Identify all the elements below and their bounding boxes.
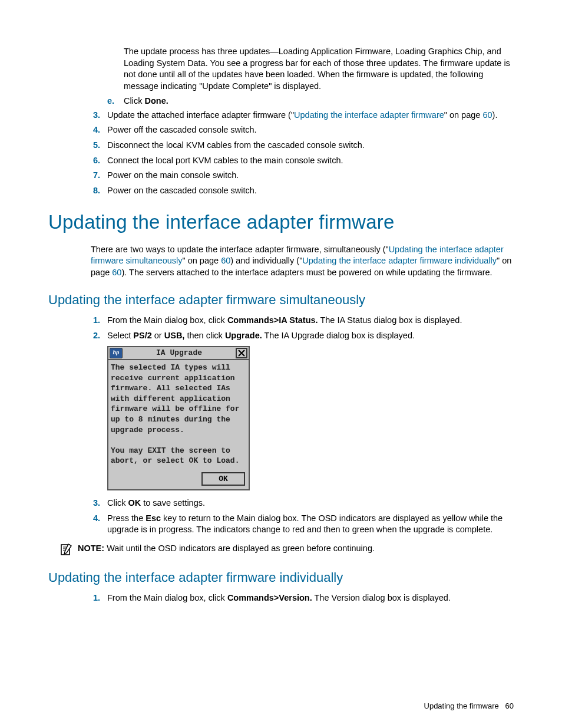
step-8-content: Power on the cascaded console switch. (107, 185, 514, 197)
sim4-bold: Esc (146, 513, 161, 523)
dialog-line: receive current application (111, 373, 246, 384)
link-page-60-c[interactable]: 60 (112, 268, 121, 277)
dialog-line: You may EXIT the screen to (111, 446, 246, 456)
ind-step-1: 1. From the Main dialog box, click Comma… (91, 592, 514, 604)
substep-e-pre: Click (124, 96, 144, 106)
dialog-line: up to 8 minutes during the (111, 414, 246, 425)
sim4-post: key to return to the Main dialog box. Th… (107, 513, 503, 535)
substep-e-marker: e. (107, 95, 124, 107)
sim1-pre: From the Main dialog box, click (107, 315, 227, 325)
ind-step-1-marker: 1. (91, 592, 107, 604)
sim-step-4-content: Press the Esc key to return to the Main … (107, 513, 514, 536)
ind1-bold: Commands>Version. (227, 593, 312, 602)
intro-paragraph-top: The update process has three updates—Loa… (124, 46, 514, 92)
dialog-body: The selected IA types will receive curre… (108, 360, 249, 469)
sim3-post: to save settings. (141, 498, 205, 508)
substep-e: e. Click Done. (107, 95, 514, 107)
sim-step-1-marker: 1. (91, 315, 107, 327)
sim2-mid1: or (152, 331, 164, 340)
hp-logo-icon: hp (110, 348, 123, 358)
step-6-content: Connect the local port KVM cables to the… (107, 155, 514, 167)
sim-step-4-marker: 4. (91, 513, 107, 536)
link-updating-adapter-firmware[interactable]: Updating the interface adapter firmware (294, 110, 444, 120)
dialog-line: The selected IA types will (111, 363, 246, 373)
step-4-marker: 4. (91, 124, 107, 136)
step-5-content: Disconnect the local KVM cables from the… (107, 140, 514, 151)
heading-simultaneously: Updating the interface adapter firmware … (48, 291, 514, 309)
sim-step-2: 2. Select PS/2 or USB, then click Upgrad… (91, 330, 514, 342)
sim1-post: The IA Status dialog box is displayed. (318, 315, 462, 325)
step-7: 7. Power on the main console switch. (91, 170, 514, 182)
note-body: Wait until the OSD indicators are displa… (104, 543, 375, 553)
sim3-pre: Click (107, 498, 128, 508)
close-icon[interactable] (236, 348, 247, 358)
sim-step-1: 1. From the Main dialog box, click Comma… (91, 315, 514, 327)
step-7-content: Power on the main console switch. (107, 170, 514, 182)
step-8: 8. Power on the cascaded console switch. (91, 185, 514, 197)
sim-step-3-content: Click OK to save settings. (107, 498, 514, 509)
intro-paragraph: There are two ways to update the interfa… (91, 244, 514, 279)
sim-step-3-marker: 3. (91, 498, 107, 509)
dialog-titlebar: hp IA Upgrade (108, 347, 249, 360)
step-7-marker: 7. (91, 170, 107, 182)
footer-page-number: 60 (505, 701, 514, 710)
sim2-mid2: then click (184, 331, 225, 340)
sim-step-2-marker: 2. (91, 330, 107, 342)
sim1-bold: Commands>IA Status. (227, 315, 318, 325)
note-icon (59, 543, 73, 556)
dialog-line (111, 435, 246, 446)
dialog-title: IA Upgrade (124, 348, 234, 358)
substep-e-content: Click Done. (124, 95, 168, 107)
intro-pre: There are two ways to update the interfa… (91, 245, 389, 254)
sim-step-1-content: From the Main dialog box, click Commands… (107, 315, 514, 327)
sim2-b3: Upgrade. (225, 331, 262, 340)
step-3-pre: Update the attached interface adapter fi… (107, 110, 294, 120)
step-3-post2: ). (492, 110, 498, 120)
sim2-b2: USB, (164, 331, 185, 340)
dialog-line: firmware will be offline for (111, 404, 246, 414)
step-8-marker: 8. (91, 185, 107, 197)
note-label: NOTE: (78, 543, 104, 553)
note-text: NOTE: Wait until the OSD indicators are … (78, 543, 375, 555)
link-page-60-a[interactable]: 60 (482, 110, 492, 120)
sim2-pre: Select (107, 331, 133, 340)
sim-step-2-content: Select PS/2 or USB, then click Upgrade. … (107, 330, 514, 342)
step-4: 4. Power off the cascaded console switch… (91, 124, 514, 136)
link-page-60-b[interactable]: 60 (221, 256, 230, 265)
sim4-pre: Press the (107, 513, 146, 523)
intro-mid1: " on page (183, 256, 222, 265)
step-6-marker: 6. (91, 155, 107, 167)
dialog-line: with different application (111, 394, 246, 404)
intro-post: ). The servers attached to the interface… (121, 268, 492, 277)
ind1-post: The Version dialog box is displayed. (312, 593, 451, 602)
intro-mid2: ) and individually (" (230, 256, 302, 265)
step-5-marker: 5. (91, 140, 107, 151)
heading-updating-interface-adapter-firmware: Updating the interface adapter firmware (48, 209, 514, 236)
step-3-content: Update the attached interface adapter fi… (107, 110, 514, 121)
ind1-pre: From the Main dialog box, click (107, 593, 227, 602)
sim3-bold: OK (128, 498, 141, 508)
sim2-post: The IA Upgrade dialog box is displayed. (262, 331, 415, 340)
sim-step-3: 3. Click OK to save settings. (91, 498, 514, 509)
link-individually[interactable]: Updating the interface adapter firmware … (302, 256, 497, 265)
substep-e-bold: Done. (144, 96, 168, 106)
ia-upgrade-dialog: hp IA Upgrade The selected IA types will… (107, 346, 250, 490)
dialog-line: upgrade process. (111, 425, 246, 436)
step-3: 3. Update the attached interface adapter… (91, 110, 514, 121)
step-3-post1: " on page (444, 110, 483, 120)
sim-step-4: 4. Press the Esc key to return to the Ma… (91, 513, 514, 536)
dialog-button-row: OK (108, 470, 249, 490)
dialog-line: abort, or select OK to Load. (111, 456, 246, 466)
sim2-b1: PS/2 (133, 331, 151, 340)
step-6: 6. Connect the local port KVM cables to … (91, 155, 514, 167)
step-3-marker: 3. (91, 110, 107, 121)
footer-text: Updating the firmware (424, 701, 499, 710)
page-footer: Updating the firmware 60 (424, 701, 514, 711)
ok-button[interactable]: OK (201, 472, 245, 486)
dialog-line: firmware. All selected IAs (111, 383, 246, 394)
heading-individually: Updating the interface adapter firmware … (48, 569, 514, 587)
ind-step-1-content: From the Main dialog box, click Commands… (107, 592, 514, 604)
step-4-content: Power off the cascaded console switch. (107, 124, 514, 136)
step-5: 5. Disconnect the local KVM cables from … (91, 140, 514, 151)
note-row: NOTE: Wait until the OSD indicators are … (59, 543, 514, 556)
